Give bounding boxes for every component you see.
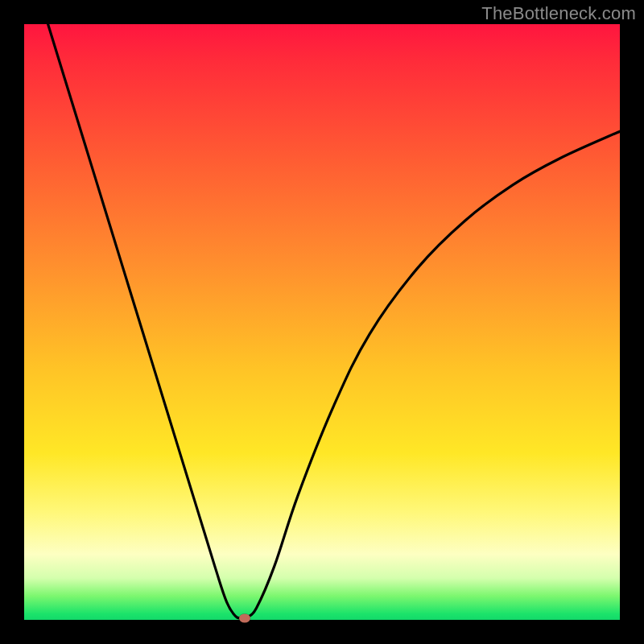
optimum-marker [239,613,250,622]
bottleneck-curve [24,24,620,620]
watermark-text: TheBottleneck.com [481,3,636,24]
plot-area [24,24,620,620]
chart-frame: TheBottleneck.com [0,0,644,644]
